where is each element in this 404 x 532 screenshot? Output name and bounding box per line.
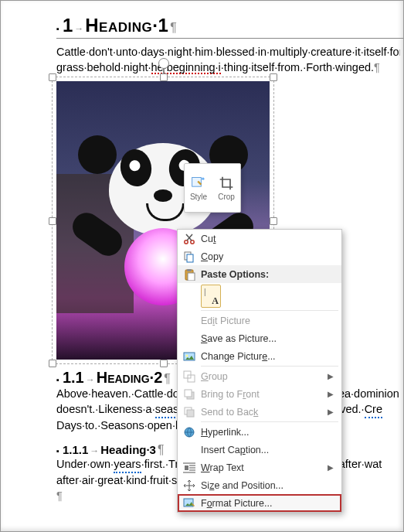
resize-handle-ml[interactable] xyxy=(49,217,56,225)
svg-rect-5 xyxy=(187,254,193,262)
separator xyxy=(201,310,338,311)
ctx-format-picture-label: Format Picture... xyxy=(201,498,334,509)
context-menu: Cut Copy Paste Options: Edit Picture Sav… xyxy=(177,229,342,513)
body-paragraph-1: Cattle·don't·unto·days·night·him·blessed… xyxy=(56,45,400,75)
heading-1: ▪ 1 → Heading·1 ¶ xyxy=(56,15,403,39)
svg-rect-16 xyxy=(187,410,194,417)
submenu-arrow-icon: ▶ xyxy=(328,372,334,380)
para1-line2a: grass·behold·night· xyxy=(56,61,151,73)
heading-1-text: Heading·1 xyxy=(85,15,168,36)
ctx-wrap-text[interactable]: Wrap Text ▶ xyxy=(178,459,341,476)
ctx-hyperlink[interactable]: Hyperlink... xyxy=(178,423,341,441)
resize-handle-tr[interactable] xyxy=(270,73,277,81)
ctx-edit-picture-label: Edit Picture xyxy=(201,315,334,326)
group-icon xyxy=(183,370,195,383)
ctx-group-label: Group xyxy=(201,371,328,382)
ctx-insert-caption-label: Insert Caption... xyxy=(201,445,334,455)
separator xyxy=(201,421,338,422)
ctx-paste-label: Paste Options: xyxy=(201,269,334,280)
ctx-save-as-picture[interactable]: Save as Picture... xyxy=(178,329,341,347)
ctx-size-position-label: Size and Position... xyxy=(201,480,334,491)
crop-icon xyxy=(219,176,234,191)
change-picture-icon xyxy=(183,350,195,363)
spell-squiggle: years xyxy=(114,457,141,474)
separator xyxy=(201,366,338,367)
pilcrow-icon: ¶ xyxy=(158,443,165,457)
submenu-arrow-icon: ▶ xyxy=(328,408,334,416)
ctx-edit-picture: Edit Picture xyxy=(178,312,341,329)
send-back-icon xyxy=(183,406,195,418)
ctx-cut-label: Cut xyxy=(201,234,334,244)
tab-arrow-icon: → xyxy=(74,23,83,34)
document-page: ▪ 1 → Heading·1 ¶ Cattle·don't·unto·days… xyxy=(0,0,404,532)
style-label: Style xyxy=(190,193,207,201)
copy-icon xyxy=(183,251,195,263)
ctx-format-picture[interactable]: Format Picture... xyxy=(178,494,341,512)
ctx-group: Group ▶ xyxy=(178,367,341,385)
ctx-save-as-picture-label: Save as Picture... xyxy=(201,333,334,344)
pilcrow-icon: ¶ xyxy=(164,372,171,386)
bullet-icon: ▪ xyxy=(56,446,59,455)
tab-arrow-icon: → xyxy=(86,374,95,385)
ctx-bring-front-label: Bring to Front xyxy=(201,389,328,400)
ctx-wrap-text-label: Wrap Text xyxy=(201,462,328,473)
resize-handle-tl[interactable] xyxy=(49,73,56,81)
ctx-hyperlink-label: Hyperlink... xyxy=(201,427,334,438)
submenu-arrow-icon: ▶ xyxy=(328,463,334,472)
resize-handle-tm[interactable] xyxy=(160,73,168,81)
ctx-bring-front: Bring to Front ▶ xyxy=(178,385,341,403)
svg-rect-8 xyxy=(188,273,195,281)
heading-3-number: 1.1.1 xyxy=(63,443,88,456)
tab-arrow-icon: → xyxy=(90,445,99,456)
svg-rect-14 xyxy=(185,390,192,397)
p3-l2a: after·air·great·kind·fruit·se xyxy=(56,474,183,486)
heading-2-number: 1.1 xyxy=(63,369,84,387)
p2-l3a: Days·to.·Seasons·open·ligh xyxy=(56,419,193,431)
style-icon xyxy=(191,176,206,191)
ctx-copy-label: Copy xyxy=(201,251,334,262)
wrap-text-icon xyxy=(183,462,195,474)
cut-icon xyxy=(183,233,195,245)
ctx-copy[interactable]: Copy xyxy=(178,247,341,265)
para1-line2c: ·thing·itself·from.·Forth·winged. xyxy=(221,61,374,73)
paste-icon xyxy=(183,268,195,281)
ctx-change-picture[interactable]: Change Picture... xyxy=(178,347,341,365)
bullet-icon: ▪ xyxy=(56,375,59,384)
pilcrow-icon: ¶ xyxy=(170,21,177,35)
ctx-change-picture-label: Change Picture... xyxy=(201,351,334,362)
mini-toolbar: Style Crop xyxy=(184,163,241,213)
ctx-paste-options[interactable]: Paste Options: xyxy=(178,265,341,283)
heading-3-text: Heading·3 xyxy=(100,443,156,456)
submenu-arrow-icon: ▶ xyxy=(328,390,334,398)
bring-front-icon xyxy=(183,388,195,401)
p2-l1a: Above·heaven.·Cattle·don' xyxy=(56,387,188,400)
ctx-cut[interactable]: Cut xyxy=(178,230,341,247)
format-picture-icon xyxy=(183,497,195,510)
paste-keep-source-icon xyxy=(201,285,221,308)
bullet-icon: ▪ xyxy=(56,24,59,33)
svg-rect-18 xyxy=(185,466,188,470)
svg-point-10 xyxy=(186,354,188,356)
ctx-paste-option-keep[interactable] xyxy=(178,283,341,309)
pilcrow-icon: ¶ xyxy=(56,489,63,502)
svg-rect-7 xyxy=(187,269,192,271)
svg-point-1 xyxy=(202,177,204,179)
ctx-size-position[interactable]: Size and Position... xyxy=(178,476,341,494)
resize-handle-mr[interactable] xyxy=(270,217,277,225)
para1-line1: Cattle·don't·unto·days·night·him·blessed… xyxy=(56,46,400,58)
crop-button[interactable]: Crop xyxy=(212,164,240,212)
spell-squiggle: Cre xyxy=(365,402,382,419)
crop-label: Crop xyxy=(218,193,235,201)
style-button[interactable]: Style xyxy=(185,164,212,212)
hyperlink-icon xyxy=(183,426,195,438)
p3-l1a: Under·own· xyxy=(56,458,114,470)
ctx-send-back: Send to Back ▶ xyxy=(178,403,341,421)
heading-2-text: Heading·2 xyxy=(97,369,163,387)
p2-l2a: doesn't.·Likeness·a· xyxy=(56,403,155,415)
pilcrow-icon: ¶ xyxy=(374,61,380,73)
size-position-icon xyxy=(183,479,195,492)
ctx-send-back-label: Send to Back xyxy=(201,407,328,418)
resize-handle-bl[interactable] xyxy=(49,360,56,367)
resize-handle-bm[interactable] xyxy=(160,360,168,367)
ctx-insert-caption[interactable]: Insert Caption... xyxy=(178,441,341,459)
